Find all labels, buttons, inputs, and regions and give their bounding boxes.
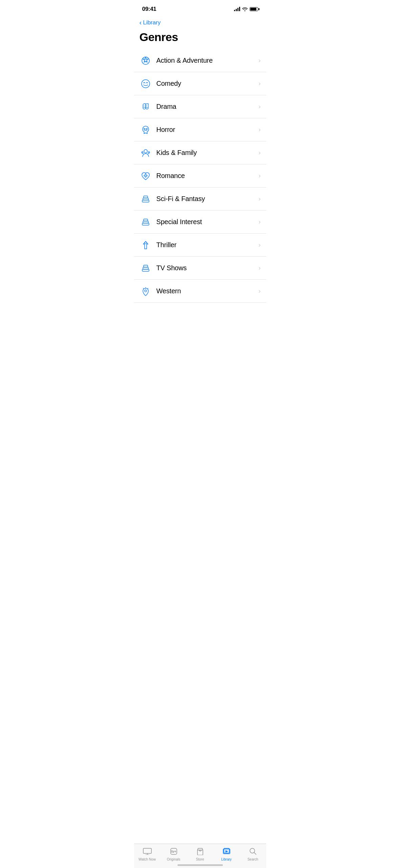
svg-point-2 [144,128,145,130]
genre-name: Kids & Family [156,149,259,157]
chevron-right-icon: › [259,80,261,87]
chevron-right-icon: › [259,103,261,110]
genre-name: TV Shows [156,264,259,272]
list-item[interactable]: Comedy › [134,72,266,95]
tvshows-icon [140,262,152,274]
list-item[interactable]: Sci-Fi & Fantasy › [134,188,266,211]
drama-icon [140,101,152,113]
status-bar: 09:41 [134,0,266,16]
action-icon [140,55,152,67]
svg-point-7 [145,175,146,176]
genre-name: Western [156,287,259,295]
svg-point-5 [142,152,143,154]
horror-icon [140,124,152,136]
svg-point-10 [144,175,145,176]
svg-rect-14 [144,196,148,198]
svg-point-3 [146,128,147,130]
svg-rect-19 [142,269,149,271]
list-item[interactable]: Horror › [134,118,266,141]
svg-point-4 [144,150,147,153]
list-item[interactable]: Special Interest › [134,211,266,234]
status-icons [234,7,258,11]
svg-point-9 [145,176,146,177]
battery-icon [250,7,258,11]
genre-name: Special Interest [156,218,259,226]
special-icon [140,216,152,228]
genre-name: Comedy [156,80,259,87]
genre-list: Action & Adventure › Comedy › [134,49,266,303]
signal-icon [234,7,240,11]
genre-name: Romance [156,172,259,180]
chevron-right-icon: › [259,264,261,272]
back-chevron-icon: ‹ [140,19,142,26]
svg-point-22 [145,290,147,292]
chevron-right-icon: › [259,218,261,225]
svg-point-8 [145,174,146,175]
chevron-right-icon: › [259,126,261,133]
svg-rect-21 [144,265,148,267]
thriller-icon [140,239,152,251]
list-item[interactable]: TV Shows › [134,257,266,280]
genre-name: Thriller [156,241,259,249]
chevron-right-icon: › [259,241,261,249]
chevron-right-icon: › [259,172,261,179]
wifi-icon [242,7,248,11]
svg-rect-12 [142,200,149,202]
comedy-icon [140,78,152,90]
chevron-right-icon: › [259,149,261,156]
genre-name: Horror [156,126,259,134]
svg-rect-15 [142,223,149,225]
western-icon [140,285,152,297]
svg-rect-17 [144,219,148,221]
svg-point-0 [142,57,149,64]
kids-icon [140,147,152,159]
back-label: Library [143,19,161,26]
chevron-right-icon: › [259,288,261,295]
list-item[interactable]: Action & Adventure › [134,49,266,72]
genre-name: Action & Adventure [156,57,259,64]
chevron-right-icon: › [259,195,261,202]
svg-point-6 [148,152,149,154]
svg-rect-13 [143,198,148,200]
status-time: 09:41 [142,6,156,13]
list-item[interactable]: Kids & Family › [134,141,266,164]
svg-rect-20 [143,267,148,269]
svg-point-18 [145,242,147,244]
page-title: Genres [134,28,266,49]
back-button[interactable]: ‹ Library [134,16,266,28]
genre-name: Drama [156,103,259,111]
list-item[interactable]: Romance › [134,164,266,188]
svg-point-11 [146,175,147,176]
chevron-right-icon: › [259,57,261,64]
romance-icon [140,170,152,182]
list-item[interactable]: Thriller › [134,234,266,257]
list-item[interactable]: Western › [134,280,266,303]
genre-name: Sci-Fi & Fantasy [156,195,259,203]
list-item[interactable]: Drama › [134,95,266,118]
svg-rect-16 [143,221,148,223]
scifi-icon [140,193,152,205]
